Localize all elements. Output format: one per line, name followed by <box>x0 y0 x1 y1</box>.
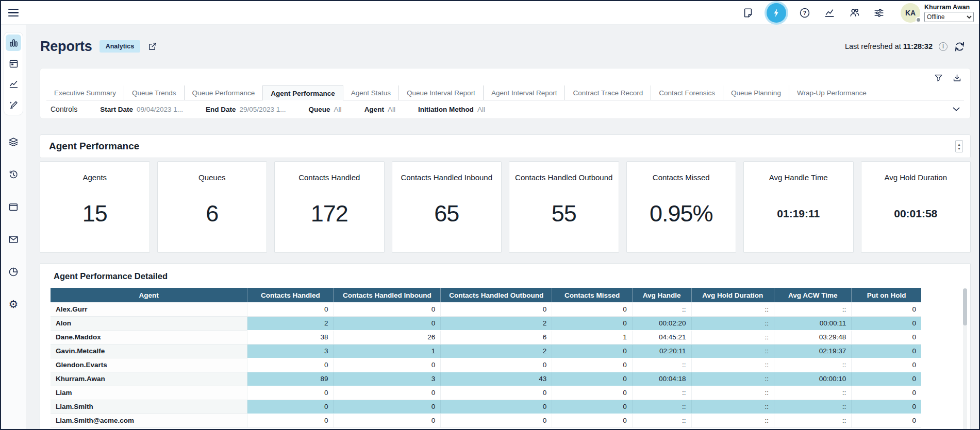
tab-item[interactable]: Wrap-Up Performance <box>789 85 874 100</box>
value-cell: 0 <box>247 400 334 414</box>
value-cell: 02:20:11 <box>632 344 691 358</box>
avatar[interactable]: KA <box>901 3 920 23</box>
tab-item[interactable]: Contact Forensics <box>651 85 723 100</box>
tab-item[interactable]: Queue Planning <box>723 85 789 100</box>
hamburger-menu-icon[interactable] <box>8 7 19 19</box>
filter-icon[interactable] <box>933 73 943 83</box>
column-header[interactable]: Contacts Missed <box>552 288 632 302</box>
control-filter[interactable]: Start Date 09/04/2023 1... <box>100 106 183 113</box>
value-cell: 0 <box>852 302 921 316</box>
value-cell: 0 <box>852 414 921 427</box>
value-cell: 2 <box>247 316 334 330</box>
tab-item[interactable]: Queue Performance <box>184 85 263 100</box>
notes-icon[interactable] <box>742 7 754 19</box>
table-row: Khurram.Awan 89343000:04:18::00:00:100 <box>51 372 921 386</box>
value-cell: 26 <box>334 330 441 344</box>
agent-status-select[interactable]: Offline <box>924 12 974 22</box>
value-cell: 0 <box>334 302 441 316</box>
value-cell: 6 <box>441 330 552 344</box>
value-cell: :: <box>691 400 774 414</box>
value-cell: :: <box>774 400 852 414</box>
metrics-icon[interactable] <box>823 7 836 19</box>
controls-label: Controls <box>51 105 77 113</box>
value-cell: 03:29:48 <box>774 330 852 344</box>
tab-item[interactable]: Queue Interval Report <box>398 85 483 100</box>
value-cell: 0 <box>552 372 632 386</box>
sidebar-item-history-icon[interactable] <box>6 168 21 180</box>
help-icon[interactable]: ? <box>799 7 811 19</box>
gear-icon: ⚙ <box>9 299 19 309</box>
users-icon[interactable] <box>848 7 860 19</box>
tab-label: Contact Forensics <box>659 89 715 97</box>
sidebar-item-pie-chart-icon[interactable] <box>6 266 21 278</box>
value-cell: 0 <box>552 386 632 400</box>
tab-label: Agent Performance <box>271 90 335 97</box>
download-icon[interactable] <box>952 73 962 83</box>
sidebar-item-bar-chart-icon[interactable] <box>6 35 21 51</box>
tab-item[interactable]: Agent Performance <box>262 85 343 100</box>
value-cell: 3 <box>247 344 334 358</box>
sidebar-item-layers-icon[interactable] <box>6 136 21 148</box>
section-header: Agent Performance ▲▼ <box>40 134 971 158</box>
user-cluster: KA Khurram Awan Offline <box>901 3 974 23</box>
tab-item[interactable]: Executive Summary <box>46 85 124 100</box>
tab-label: Queue Planning <box>731 89 781 97</box>
sidebar-item-line-chart-icon[interactable] <box>6 76 21 92</box>
tab-item[interactable]: Agent Interval Report <box>483 85 565 100</box>
sliders-icon[interactable] <box>873 7 885 19</box>
kpi-label: Queues <box>198 173 226 182</box>
value-cell: 89 <box>247 372 334 386</box>
info-icon[interactable]: i <box>939 42 948 51</box>
value-cell: 0 <box>852 316 921 330</box>
sidebar-item-compose-icon[interactable] <box>6 96 21 113</box>
refresh-icon[interactable] <box>954 41 966 53</box>
scrollbar-thumb[interactable] <box>963 288 967 325</box>
control-filter[interactable]: Queue All <box>309 106 342 113</box>
kpi-label: Avg Hold Duration <box>885 173 947 182</box>
value-cell: 00:04:18 <box>632 372 691 386</box>
column-header[interactable]: Contacts Handled Outbound <box>441 288 552 302</box>
status-dot <box>916 17 921 23</box>
svg-text:?: ? <box>803 9 806 15</box>
value-cell: 0 <box>852 386 921 400</box>
sidebar-item-calendar-icon[interactable] <box>6 55 21 72</box>
filter-label: Initiation Method <box>418 106 474 113</box>
sidebar-item-window-icon[interactable] <box>6 201 21 213</box>
value-cell: 0 <box>852 400 921 414</box>
tab-label: Agent Interval Report <box>491 89 557 97</box>
value-cell: 3 <box>334 372 441 386</box>
last-refreshed-time: 11:28:32 <box>903 42 933 50</box>
sidebar-item-gear-icon[interactable]: ⚙ <box>6 298 21 310</box>
column-header[interactable]: Avg Hold Duration <box>691 288 774 302</box>
tab-item[interactable]: Agent Status <box>343 85 398 100</box>
column-header[interactable]: Contacts Handled <box>247 288 334 302</box>
kpi-label: Contacts Handled Outbound <box>515 173 612 182</box>
value-cell: 2 <box>441 344 552 358</box>
value-cell: 0 <box>334 316 441 330</box>
column-header[interactable]: Agent <box>51 288 247 302</box>
value-cell: :: <box>632 302 691 316</box>
kpi-label: Contacts Handled <box>298 173 360 182</box>
table-scrollbar[interactable] <box>963 288 967 430</box>
column-header[interactable]: Contacts Handled Inbound <box>334 288 441 302</box>
external-link-icon[interactable] <box>147 41 158 51</box>
control-filter[interactable]: Agent All <box>364 106 395 113</box>
column-header[interactable]: Put on Hold <box>852 288 921 302</box>
kpi-card: Contacts Missed 0.95% <box>626 161 737 253</box>
control-filter[interactable]: End Date 29/05/2023 1... <box>206 106 286 113</box>
value-cell: 0 <box>852 330 921 344</box>
tab-label: Contract Trace Record <box>573 89 643 97</box>
value-cell: :: <box>691 302 774 316</box>
column-header[interactable]: Avg ACW Time <box>774 288 852 302</box>
column-header[interactable]: Avg Handle <box>632 288 691 302</box>
flash-quick-actions-icon[interactable] <box>767 3 786 23</box>
tab-item[interactable]: Queue Trends <box>124 85 184 100</box>
report-card: Executive Summary Queue Trends Queue Per… <box>40 68 971 119</box>
chevron-down-icon[interactable] <box>952 105 961 114</box>
stepper-control[interactable]: ▲▼ <box>955 140 963 152</box>
kpi-card: Contacts Handled Inbound 65 <box>392 161 502 253</box>
sidebar-item-mail-icon[interactable] <box>6 233 21 245</box>
kpi-value: 172 <box>311 182 348 252</box>
tab-item[interactable]: Contract Trace Record <box>564 85 651 100</box>
control-filter[interactable]: Initiation Method All <box>418 106 485 113</box>
